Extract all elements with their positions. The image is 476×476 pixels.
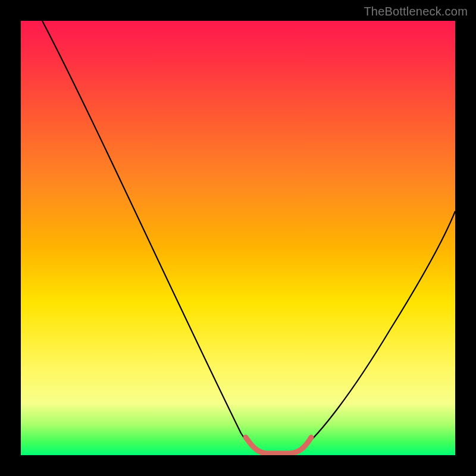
chart-frame: TheBottleneck.com <box>0 0 476 476</box>
valley-red-thick <box>246 437 311 453</box>
left-curve-black <box>42 21 258 450</box>
plot-area <box>21 21 455 455</box>
line-chart-svg <box>21 21 455 455</box>
right-curve-black <box>299 211 455 450</box>
watermark: TheBottleneck.com <box>364 5 468 18</box>
